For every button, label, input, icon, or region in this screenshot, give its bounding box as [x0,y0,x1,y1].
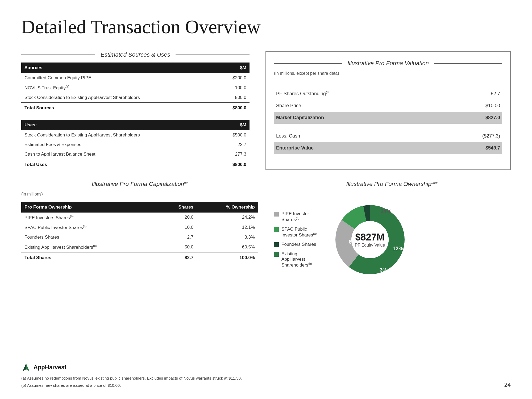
val-spacer [274,81,502,88]
logo: AppHarvest [21,363,242,372]
sources-header-row: Sources: $M [21,63,250,73]
list-item: Founders Shares [274,242,317,247]
uses-total-label: Total Uses [21,159,217,170]
sources-col-value: $M [217,63,250,73]
val-label-2: Share Price [274,100,439,112]
legend-label-spac: SPAC PublicInvestor Shares(a) [281,227,317,238]
logo-icon [21,363,31,372]
ownership-panel: Illustrative Pro Forma Ownership(a)(b) P… [274,181,511,282]
donut-sublabel: PF Equity Value [355,243,385,248]
pct-label-3: 3% [380,267,387,273]
cap-title: Illustrative Pro Forma Capitalization(b) [92,181,188,188]
uses-total-value: $800.0 [217,159,250,170]
cap-subtitle: (in millions) [21,192,258,197]
pct-label-12: 12% [393,246,403,251]
ownership-title: Illustrative Pro Forma Ownership(a)(b) [346,181,438,188]
cap-col-shares: Shares [159,202,197,213]
sources-uses-header: Estimated Sources & Uses [21,51,250,58]
source-label-1: Committed Common Equity PIPE [21,73,217,83]
table-row: Stock Consideration to Existing AppHarve… [21,93,250,103]
enterprise-value-value: $549.7 [439,142,502,154]
table-row [274,124,502,130]
cap-line-left [21,184,86,184]
cap-total-pct: 100.0% [197,252,258,263]
pct-label-24: 24% [381,208,391,214]
source-label-2: NOVUS Trust Equity(a) [21,83,217,93]
table-row: PF Shares Outstanding(b) 82.7 [274,88,502,100]
legend: PIPE InvestorShares(b) SPAC PublicInvest… [274,211,317,268]
donut-area: PIPE InvestorShares(b) SPAC PublicInvest… [274,197,511,282]
table-row: Less: Cash ($277.3) [274,130,502,142]
table-row: SPAC Public Investor Shares(a) 10.0 12.1… [21,222,258,232]
enterprise-value-row: Enterprise Value $549.7 [274,142,502,154]
legend-label-existing: ExistingAppHarvestShareholders(b) [281,251,312,268]
top-row: Estimated Sources & Uses Sources: $M Com… [21,51,511,170]
cap-label-2: SPAC Public Investor Shares(a) [21,222,159,232]
footer-left: AppHarvest (a) Assumes no redemptions fr… [21,363,242,388]
donut-amount: $827M [355,232,385,243]
list-item: ExistingAppHarvestShareholders(b) [274,251,317,268]
cap-header-row: Pro Forma Ownership Shares % Ownership [21,202,258,213]
legend-color-existing [274,252,279,257]
source-value-2: 100.0 [217,83,250,93]
sources-uses-panel: Estimated Sources & Uses Sources: $M Com… [21,51,250,170]
valuation-header: Illustrative Pro Forma Valuation [274,60,502,67]
use-label-3: Cash to AppHarvest Balance Sheet [21,149,217,159]
enterprise-value-label: Enterprise Value [274,142,439,154]
sources-uses-title: Estimated Sources & Uses [101,51,170,58]
val-value-1: 82.7 [439,88,502,100]
cap-total-shares: 82.7 [159,252,197,263]
footer: AppHarvest (a) Assumes no redemptions fr… [21,363,511,388]
valuation-title: Illustrative Pro Forma Valuation [347,60,429,67]
main-content: Estimated Sources & Uses Sources: $M Com… [21,51,511,282]
use-value-1: $500.0 [217,130,250,140]
cap-total-label: Total Shares [21,252,159,263]
cap-table: Pro Forma Ownership Shares % Ownership P… [21,202,258,263]
page: Detailed Transaction Overview Estimated … [0,0,532,399]
uses-total-row: Total Uses $800.0 [21,159,250,170]
own-line-right [444,184,511,184]
cap-total-row: Total Shares 82.7 100.0% [21,252,258,263]
sources-total-row: Total Sources $800.0 [21,102,250,113]
footer-note-a: (a) Assumes no redemptions from Novus' e… [21,375,242,381]
val-label-1: PF Shares Outstanding(b) [274,88,439,100]
sources-total-value: $800.0 [217,102,250,113]
cap-pct-4: 60.5% [197,242,258,252]
val-line-right [434,63,502,64]
cap-pct-1: 24.2% [197,213,258,223]
legend-color-spac [274,227,279,232]
val-value-2: $10.00 [439,100,502,112]
use-value-3: 277.3 [217,149,250,159]
cap-header: Illustrative Pro Forma Capitalization(b) [21,181,258,188]
table-row: NOVUS Trust Equity(a) 100.0 [21,83,250,93]
cap-shares-1: 20.0 [159,213,197,223]
valuation-table: PF Shares Outstanding(b) 82.7 Share Pric… [274,81,502,154]
source-value-1: $200.0 [217,73,250,83]
cap-shares-4: 50.0 [159,242,197,252]
header-line-left [21,55,95,55]
cap-shares-2: 10.0 [159,222,197,232]
val-line-left [274,63,342,64]
table-row: Estimated Fees & Expenses 22.7 [21,140,250,149]
cap-pct-2: 12.1% [197,222,258,232]
legend-color-pipe [274,212,279,217]
less-cash-label: Less: Cash [274,130,439,142]
sources-total-label: Total Sources [21,102,217,113]
less-cash-value: ($277.3) [439,130,502,142]
table-row: Cash to AppHarvest Balance Sheet 277.3 [21,149,250,159]
own-line-left [274,184,341,184]
market-cap-label: Market Capitalization [274,112,439,124]
bottom-row: Illustrative Pro Forma Capitalization(b)… [21,181,511,282]
donut-chart: 60% 24% 12% 3% $827M PF Equity Value [327,197,413,282]
list-item: PIPE InvestorShares(b) [274,211,317,222]
table-gap [21,113,250,120]
source-value-3: 500.0 [217,93,250,103]
use-value-2: 22.7 [217,140,250,149]
legend-label-founders: Founders Shares [281,242,316,247]
uses-col-value: $M [217,120,250,130]
capitalization-panel: Illustrative Pro Forma Capitalization(b)… [21,181,258,282]
cap-label-4: Existing AppHarvest Shareholders(b) [21,242,159,252]
table-row: Stock Consideration to Existing AppHarve… [21,130,250,140]
page-title: Detailed Transaction Overview [21,16,511,38]
cap-label-1: PIPE Investors Shares(b) [21,213,159,223]
